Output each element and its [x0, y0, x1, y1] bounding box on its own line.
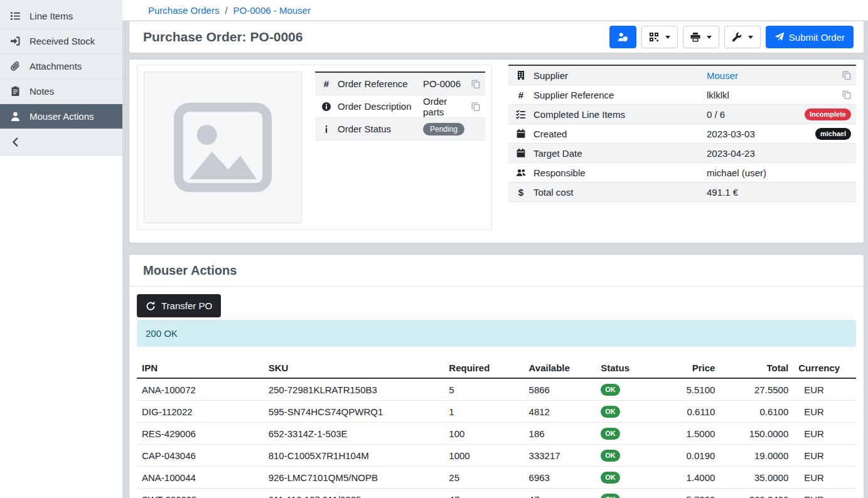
detail-row-order-status: Order StatusPending	[315, 118, 485, 140]
detail-row-total-cost: $Total cost491.1 €	[508, 183, 856, 202]
toolbar-button-group	[609, 26, 761, 48]
michael-badge: michael	[815, 128, 851, 140]
detail-label: Total cost	[533, 187, 707, 198]
detail-value: 0 / 6	[707, 109, 805, 120]
caret-down-icon	[748, 36, 753, 39]
cell-currency: EUR	[793, 401, 856, 423]
detail-icon-cell	[508, 70, 533, 80]
detail-label: Supplier	[533, 70, 707, 81]
user-icon	[10, 111, 21, 122]
sidebar-item-attachments[interactable]: Attachments	[0, 53, 122, 78]
list-check-icon	[516, 109, 526, 119]
column-header-total: Total	[720, 359, 793, 378]
column-header-ipn: IPN	[137, 359, 264, 378]
copy-button[interactable]	[842, 71, 851, 80]
copy-icon	[842, 71, 851, 80]
cell-available: 333217	[524, 445, 596, 467]
paperclip-icon	[10, 61, 21, 72]
column-header-sku: SKU	[264, 359, 444, 378]
sidebar-item-notes[interactable]: Notes	[0, 78, 122, 103]
table-header-row: IPNSKURequiredAvailableStatusPriceTotalC…	[137, 359, 856, 378]
detail-row-target-date: Target Date2023-04-23	[508, 144, 856, 163]
column-header-available: Available	[524, 359, 596, 378]
table-row-res-429006: RES-429006652-3314Z-1-503E100186OK1.5000…	[137, 423, 856, 445]
cell-status: OK	[596, 445, 655, 467]
barcode-actions-button[interactable]	[641, 26, 678, 48]
detail-row-supplier: SupplierMouser	[508, 66, 856, 85]
copy-button[interactable]	[842, 90, 851, 99]
cell-available: 186	[524, 423, 596, 445]
cell-ipn: SWT-200005	[137, 489, 264, 498]
cell-required: 47	[444, 489, 523, 498]
cell-price: 5.7200	[655, 489, 720, 498]
supplier-detail-table: SupplierMouser#Supplier Referencelklklkl…	[508, 65, 856, 202]
order-details-card: #Order ReferencePO-0006Order Description…	[129, 59, 864, 243]
detail-row-responsible: Responsiblemichael (user)	[508, 163, 856, 183]
sidebar-item-mouser-actions[interactable]: Mouser Actions	[0, 103, 122, 129]
refresh-icon	[146, 301, 156, 311]
detail-icon-cell: #	[508, 90, 533, 100]
status-ok-badge: OK	[601, 494, 620, 498]
cell-required: 100	[444, 423, 523, 445]
cell-available: 4812	[524, 401, 596, 423]
sidebar-item-received-stock[interactable]: Received Stock	[0, 28, 122, 53]
detail-label: Target Date	[533, 148, 707, 159]
cell-total: 268.8400	[720, 489, 793, 498]
panel-title: Mouser Actions	[129, 255, 864, 287]
cell-status: OK	[596, 401, 655, 423]
incomplete-badge: Incomplete	[805, 109, 851, 120]
cell-status: OK	[596, 423, 655, 445]
print-actions-button[interactable]	[683, 26, 719, 48]
cell-price: 1.4000	[655, 467, 720, 489]
supplier-link[interactable]: Mouser	[707, 70, 738, 81]
line-items-table: IPNSKURequiredAvailableStatusPriceTotalC…	[137, 359, 856, 498]
list-icon	[10, 11, 21, 21]
table-row-swt-200005: SWT-200005611-110.107.011/02054747OK5.72…	[137, 489, 856, 498]
cell-sku: 652-3314Z-1-503E	[264, 423, 444, 445]
breadcrumb-link-po-0006-mouser[interactable]: PO-0006 - Mouser	[233, 5, 311, 16]
detail-row-completed-line-items: Completed Line Items0 / 6Incomplete	[508, 105, 856, 124]
detail-label: Order Status	[338, 124, 423, 134]
transfer-po-button[interactable]: Transfer PO	[137, 294, 221, 317]
page-header: Purchase Order: PO-0006 Submit Order	[129, 21, 864, 53]
calendar-icon	[516, 148, 526, 158]
detail-value: 2023-04-23	[707, 148, 851, 159]
info-circle-icon	[321, 102, 331, 112]
detail-value: michael (user)	[707, 167, 851, 178]
cell-sku: 595-SN74HCS74QPWRQ1	[264, 401, 444, 423]
cell-total: 0.6100	[720, 401, 793, 423]
status-ok-badge: OK	[601, 384, 620, 396]
cell-sku: 250-72981KLRATR150B3	[264, 378, 444, 401]
order-details-left: #Order ReferencePO-0006Order Description…	[137, 65, 492, 230]
detail-value: Pending	[423, 123, 480, 135]
status-ok-badge: OK	[601, 450, 620, 462]
copy-icon	[842, 90, 851, 99]
sidebar-collapse-button[interactable]	[0, 129, 122, 155]
detail-value: lklklkl	[707, 90, 836, 100]
status-ok-badge: OK	[601, 428, 620, 440]
copy-button[interactable]	[471, 80, 480, 88]
order-actions-button[interactable]	[724, 26, 761, 48]
building-icon	[516, 70, 526, 80]
detail-icon-cell: #	[315, 78, 338, 89]
sidebar-item-label: Mouser Actions	[29, 111, 94, 122]
part-image-placeholder[interactable]	[144, 72, 302, 223]
cell-available: 6963	[524, 467, 596, 489]
cell-ipn: CAP-043046	[137, 445, 264, 467]
sign-in-icon	[10, 36, 21, 46]
image-icon	[173, 101, 273, 194]
printer-icon	[690, 32, 700, 42]
cell-price: 0.0190	[655, 445, 720, 467]
detail-row-order-description: Order DescriptionOrder parts	[315, 95, 485, 118]
sidebar-item-line-items[interactable]: Line Items	[0, 3, 122, 28]
detail-row-supplier-reference: #Supplier Referencelklklkl	[508, 85, 856, 105]
tools-icon	[732, 32, 742, 42]
cell-sku: 810-C1005X7R1H104M	[264, 445, 444, 467]
detail-icon-cell	[315, 124, 338, 134]
status-alert: 200 OK	[137, 320, 856, 347]
copy-button[interactable]	[471, 102, 480, 111]
table-row-ana-100044: ANA-100044926-LMC7101QM5/NOPB256963OK1.4…	[137, 467, 856, 489]
submit-order-button[interactable]: Submit Order	[766, 26, 854, 48]
breadcrumb-link-purchase-orders[interactable]: Purchase Orders	[148, 5, 219, 16]
user-actions-button[interactable]	[609, 26, 636, 48]
